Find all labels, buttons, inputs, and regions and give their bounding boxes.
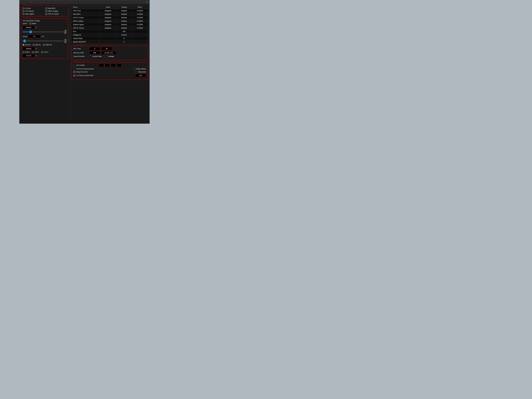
table-row[interactable]: Speed Shift EPP0 — [72, 40, 148, 44]
top-arrow-up[interactable]: ◀ — [64, 30, 67, 32]
voltage-table: Name Mode Voltage Offset CPU CoreAdaptiv… — [72, 5, 148, 44]
fivr-section: FIVR Control U Core Intel GPU U P Cache — [21, 5, 68, 17]
default2-input[interactable] — [23, 47, 35, 50]
mv-boost-cb-row[interactable]: mV Boost @ 800 MHz — [73, 75, 134, 76]
misc-section: Miscellaneous AVX Offset Thermal Velocit… — [72, 62, 148, 80]
fivr-item-cpuecache[interactable]: CPU E Cache — [45, 13, 67, 15]
top-arrow-down[interactable]: ▶ — [64, 32, 67, 34]
overclock-checkbox[interactable] — [135, 71, 137, 73]
mv-250-radio[interactable] — [33, 44, 35, 46]
v-230-radio[interactable] — [41, 51, 43, 53]
mv-250-option[interactable]: 250 mV — [33, 44, 41, 46]
mv-boost-checkbox[interactable] — [73, 75, 75, 76]
fivr-item-igpuunslice[interactable]: iGPU Unslice — [45, 10, 67, 12]
fivr-title: FIVR Control — [23, 4, 34, 6]
cell-offset — [132, 30, 148, 33]
voltage-input[interactable] — [28, 35, 40, 38]
mv-125-option[interactable]: 125 mV — [23, 44, 31, 46]
table-row[interactable]: System AgentAdaptiveDefault+0.0000 — [72, 23, 148, 26]
v-230-option[interactable]: 2.30 V — [41, 51, 48, 53]
voltage-cb-row[interactable]: Voltage — [105, 55, 114, 57]
mv-arrow-down[interactable]: ▶ — [64, 41, 67, 43]
ucode-input[interactable] — [101, 51, 116, 54]
fivr-label-ucore: U Core — [25, 7, 31, 9]
v-180-option[interactable]: 1.80 V — [23, 51, 30, 53]
cell-mode: Adaptive — [100, 16, 116, 19]
fivr-radio-upcache[interactable] — [23, 10, 25, 12]
table-row[interactable]: CPU CoreAdaptiveDefault+0.0000 — [72, 9, 148, 13]
ring-checkbox[interactable] — [73, 71, 75, 73]
cell-voltage: Default — [116, 26, 132, 30]
cache-ratio-title: Cache Ratio — [73, 44, 84, 46]
v-unit: V — [36, 26, 37, 28]
cell-offset: +0.0000 — [132, 26, 148, 30]
avx-cb-row[interactable]: AVX Offset — [73, 64, 98, 66]
static-radio[interactable]: Static — [29, 22, 36, 25]
fivr-radio-ucore[interactable] — [23, 7, 25, 9]
static-label: Static — [32, 22, 36, 25]
ring-cb-row[interactable]: Ring Down Bin — [73, 71, 134, 73]
fivr-item-upcache[interactable]: U P Cache — [23, 10, 44, 12]
table-row[interactable]: CPU E CacheAdaptiveDefault+0.0000 — [72, 26, 148, 30]
avx-input1[interactable] — [99, 64, 110, 67]
close-button[interactable]: ✕ — [146, 1, 148, 3]
memory-ddr-label: Memory DDR — [73, 52, 88, 54]
fivr-radio-igpuunslice[interactable] — [45, 10, 47, 12]
fivr-radio-intgpu[interactable] — [45, 7, 47, 9]
mv-slider-track[interactable] — [23, 41, 63, 41]
fivr-radio-systemagent[interactable] — [23, 13, 25, 15]
avx-input2[interactable] — [111, 64, 121, 67]
v-230-label: 2.30 V — [44, 51, 48, 53]
cache-ratio-cb-row[interactable]: Cache Ratio — [89, 55, 102, 57]
table-row[interactable]: PL4330 — [72, 30, 148, 33]
memory-input[interactable] — [89, 51, 100, 54]
mv-boost-input[interactable] — [135, 74, 146, 77]
table-row[interactable]: Intel GPUAdaptiveDefault-0.0508 — [72, 13, 148, 16]
cell-name: Speed Shift EPP — [72, 40, 100, 44]
ampere-input[interactable] — [23, 54, 35, 57]
a-unit: A — [36, 55, 37, 57]
vmax-cb-row[interactable]: V-Max Stress — [133, 68, 146, 70]
table-row[interactable]: Cache Ratio8 — [72, 37, 148, 40]
mv-slider-thumb[interactable] — [24, 40, 25, 42]
default-input[interactable] — [23, 26, 35, 29]
top-slider-thumb[interactable] — [30, 31, 32, 33]
cell-mode — [100, 30, 116, 33]
mv-125-radio[interactable] — [23, 44, 25, 46]
v-200-radio[interactable] — [32, 51, 34, 53]
mv-250-label: 250 mV — [35, 44, 41, 46]
fivr-radio-cpuecache[interactable] — [45, 13, 47, 15]
ampere-row: A — [23, 54, 67, 57]
static-radio-dot[interactable] — [29, 23, 31, 25]
cache-ratio-checkbox[interactable] — [89, 56, 91, 57]
cell-mode: Adaptive — [100, 26, 116, 30]
memory-ddr-row: Memory DDR — [73, 51, 146, 54]
thermal-cb-row[interactable]: Thermal Velocity Boost — [73, 68, 132, 70]
mv-arrow-up[interactable]: ◀ — [64, 39, 67, 41]
overclock-cb-row[interactable]: Overclock — [135, 71, 146, 73]
table-row[interactable]: CPU P CacheAdaptiveDefault+0.0000 — [72, 16, 148, 19]
fivr-item-ucore[interactable]: U Core — [23, 7, 44, 9]
avx-row: AVX Offset — [73, 64, 146, 67]
top-slider-track[interactable] — [23, 32, 63, 32]
adaptive-label: aptive — [23, 22, 27, 25]
default-input-row: V — [23, 26, 67, 29]
main-window: ✕ FIVR Control U Core Intel GPU — [19, 0, 150, 124]
min-input[interactable] — [89, 47, 100, 50]
cell-offset: +0.0000 — [132, 19, 148, 23]
cell-voltage: Default — [116, 9, 132, 13]
voltage-checkbox[interactable] — [105, 56, 107, 57]
fivr-item-intgpu[interactable]: Intel GPU — [45, 7, 67, 9]
vmax-checkbox[interactable] — [133, 68, 135, 70]
avx-checkbox[interactable] — [73, 64, 75, 66]
mv-1000-radio[interactable] — [43, 44, 45, 46]
v-200-option[interactable]: 2.00 V — [32, 51, 39, 53]
mv-1000-option[interactable]: 1000 mV — [43, 44, 52, 46]
avx-label: AVX Offset — [76, 64, 98, 66]
thermal-checkbox[interactable] — [73, 68, 75, 70]
v-180-radio[interactable] — [23, 51, 25, 53]
fivr-item-systemagent[interactable]: stem Agent — [23, 13, 44, 15]
table-row[interactable]: Voltage ID0.8163 — [72, 33, 148, 37]
table-row[interactable]: iGPU UnsliceAdaptiveDefault+0.0000 — [72, 19, 148, 23]
max-input[interactable] — [101, 47, 112, 50]
